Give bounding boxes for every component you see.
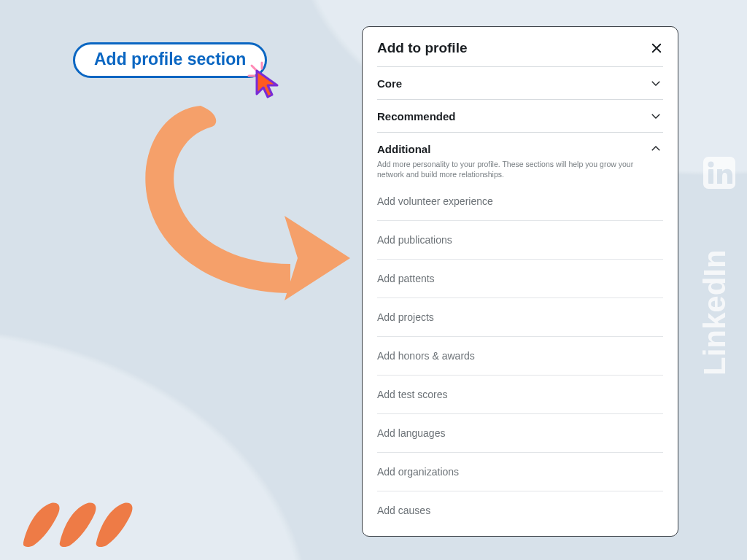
accordion-core-title: Core xyxy=(377,77,402,90)
chevron-down-icon xyxy=(649,109,663,123)
add-profile-section-button[interactable]: Add profile section xyxy=(73,42,267,78)
add-profile-section-label: Add profile section xyxy=(94,50,246,69)
brand-slash-icon xyxy=(23,502,140,548)
option-projects[interactable]: Add projects xyxy=(377,298,663,337)
curved-arrow-icon xyxy=(109,95,357,328)
linkedin-watermark-text: LinkedIn xyxy=(699,249,732,376)
svg-rect-4 xyxy=(708,169,713,184)
close-button[interactable] xyxy=(649,40,665,56)
option-languages[interactable]: Add languages xyxy=(377,414,663,453)
close-icon xyxy=(650,42,663,55)
option-honors-awards[interactable]: Add honors & awards xyxy=(377,337,663,376)
accordion-recommended[interactable]: Recommended xyxy=(377,99,663,132)
panel-title: Add to profile xyxy=(377,40,467,56)
chevron-up-icon xyxy=(649,141,663,156)
accordion-additional-title: Additional xyxy=(377,143,430,155)
chevron-down-icon xyxy=(649,76,663,90)
option-test-scores[interactable]: Add test scores xyxy=(377,376,663,414)
svg-rect-3 xyxy=(703,157,735,189)
accordion-additional-description: Add more personality to your profile. Th… xyxy=(377,159,654,179)
accordion-additional: Additional Add more personality to your … xyxy=(377,132,663,529)
accordion-core[interactable]: Core xyxy=(377,66,663,99)
linkedin-watermark: LinkedIn xyxy=(699,157,737,383)
panel-body: Core Recommended Additional Add more per… xyxy=(363,66,678,529)
option-publications[interactable]: Add publications xyxy=(377,221,663,260)
panel-header: Add to profile xyxy=(363,27,678,66)
option-volunteer-experience[interactable]: Add volunteer experience xyxy=(377,187,663,221)
option-organizations[interactable]: Add organizations xyxy=(377,453,663,491)
svg-point-5 xyxy=(708,162,714,168)
option-causes[interactable]: Add causes xyxy=(377,491,663,529)
accordion-additional-header[interactable]: Additional xyxy=(377,141,663,156)
add-to-profile-panel: Add to profile Core Recommended Addition… xyxy=(362,26,678,537)
accordion-recommended-title: Recommended xyxy=(377,110,456,122)
option-patents[interactable]: Add pattents xyxy=(377,260,663,298)
additional-options-list: Add volunteer experience Add publication… xyxy=(377,187,663,529)
